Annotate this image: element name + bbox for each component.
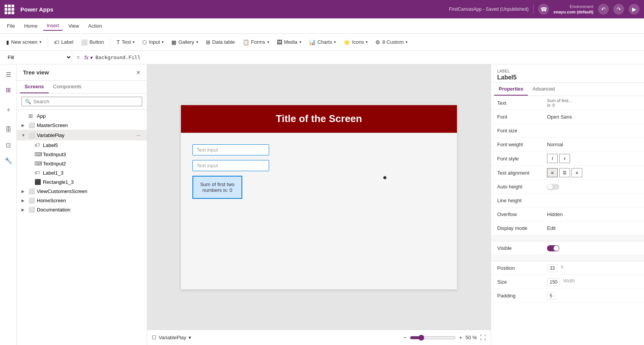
call-quality-icon[interactable]: ☎ xyxy=(538,4,549,15)
redo-icon[interactable]: ↷ xyxy=(613,4,624,15)
menu-view[interactable]: View xyxy=(64,21,83,30)
fx-button[interactable]: fx ▾ xyxy=(84,54,92,61)
tree-header: Tree view ✕ xyxy=(17,64,147,81)
icons-icon: ⭐ xyxy=(343,39,350,45)
variable-icon[interactable]: ⊡ xyxy=(2,138,15,152)
search-icon: 🔍 xyxy=(25,99,31,104)
menu-bar: File Home Insert View Action xyxy=(0,18,644,34)
button-button[interactable]: ⬜ Button xyxy=(78,38,107,47)
strikethrough-button[interactable]: / xyxy=(559,154,570,163)
prop-font-weight-value[interactable]: Normal xyxy=(547,142,638,147)
prop-auto-height: Auto height xyxy=(491,180,644,194)
forms-icon: 📋 xyxy=(243,39,249,45)
tree-item-app[interactable]: ⊞ App xyxy=(17,111,147,121)
align-left-button[interactable]: ≡ xyxy=(547,168,558,177)
tree-tab-components[interactable]: Components xyxy=(49,81,86,93)
charts-button[interactable]: 📊 Charts ▾ xyxy=(306,38,339,47)
homescreen-label: HomeScreen xyxy=(37,198,142,203)
prop-overflow-value[interactable]: Hidden xyxy=(547,211,638,217)
custom-icon: ⚙ xyxy=(375,39,380,45)
database-icon[interactable]: 🗄 xyxy=(2,123,15,137)
menu-action[interactable]: Action xyxy=(84,21,106,30)
label-button[interactable]: 🏷 Label xyxy=(51,38,77,47)
icons-button[interactable]: ⭐ Icons ▾ xyxy=(340,38,371,47)
prop-line-height: Line height xyxy=(491,194,644,208)
align-right-button[interactable]: ≡ xyxy=(572,168,582,177)
hamburger-icon[interactable]: ☰ xyxy=(2,68,15,81)
tree-item-homescreen[interactable]: ▶ ⬜ HomeScreen xyxy=(17,196,147,205)
rectangle1-3-label: Rectangle1_3 xyxy=(43,179,142,185)
prop-visible-value[interactable] xyxy=(547,245,638,251)
right-panel-body: Text Sum of first...is: 0 Font Open Sans… xyxy=(491,96,644,345)
prop-position-value[interactable]: 33 X xyxy=(547,264,638,272)
prop-font-value[interactable]: Open Sans xyxy=(547,114,638,120)
add-icon[interactable]: ＋ xyxy=(2,103,15,117)
prop-size-label: Size xyxy=(497,279,547,285)
viewcustomers-label: ViewCustomersScreen xyxy=(37,188,142,194)
prop-display-mode-value[interactable]: Edit xyxy=(547,225,638,231)
screen-dropdown-chevron[interactable]: ▾ xyxy=(189,335,191,340)
input-button[interactable]: ⬡ Input ▾ xyxy=(139,38,167,47)
gallery-button[interactable]: ▦ Gallery ▾ xyxy=(168,38,201,47)
menu-home[interactable]: Home xyxy=(20,21,41,30)
tab-properties[interactable]: Properties xyxy=(494,83,528,96)
prop-auto-height-value[interactable] xyxy=(547,183,638,190)
tree-item-documentation[interactable]: ▶ ⬜ Documentation xyxy=(17,205,147,214)
layers-icon[interactable]: ⊞ xyxy=(2,83,15,97)
forms-button[interactable]: 📋 Forms ▾ xyxy=(240,38,272,47)
property-dropdown[interactable]: Fill xyxy=(3,51,72,64)
prop-size-value[interactable]: 150 Width xyxy=(547,278,638,286)
italic-button[interactable]: I xyxy=(547,154,558,163)
text-input-1[interactable]: Text input xyxy=(192,144,269,155)
waffle-icon[interactable] xyxy=(5,5,14,14)
formula-input[interactable] xyxy=(95,54,641,60)
tree-item-label1-3[interactable]: 🏷 Label1_3 xyxy=(17,168,147,177)
gallery-chevron: ▾ xyxy=(196,40,198,44)
tree-item-variableplay[interactable]: ▼ ⬜ VariablePlay ··· xyxy=(17,130,147,140)
zoom-in-button[interactable]: + xyxy=(459,334,462,341)
menu-file[interactable]: File xyxy=(3,21,19,30)
text-input-2[interactable]: Text input xyxy=(192,160,269,171)
screen-title-text: Title of the Screen xyxy=(276,113,362,125)
undo-icon[interactable]: ↶ xyxy=(598,4,609,15)
tree-item-viewcustomers[interactable]: ▶ ⬜ ViewCustomersScreen xyxy=(17,187,147,196)
align-center-button[interactable]: ☰ xyxy=(559,168,570,177)
menu-insert[interactable]: Insert xyxy=(43,21,63,31)
expand-button[interactable]: ⛶ xyxy=(480,334,486,341)
tree-item-textinput3[interactable]: ⌨ TextInput3 xyxy=(17,150,147,159)
search-input[interactable] xyxy=(33,99,139,104)
text-chevron: ▾ xyxy=(133,40,135,44)
variableplay-more[interactable]: ··· xyxy=(135,131,142,139)
zoom-controls: − + 50 % ⛶ xyxy=(403,334,486,341)
prop-text-value[interactable]: Sum of first...is: 0 xyxy=(547,98,638,107)
text-button[interactable]: T Text ▾ xyxy=(113,38,138,47)
zoom-slider[interactable] xyxy=(410,335,456,341)
prop-padding-value[interactable]: 5 xyxy=(547,292,638,300)
toolbar: ▮ New screen ▾ 🏷 Label ⬜ Button T Text ▾… xyxy=(0,34,644,51)
tree-item-label5[interactable]: 🏷 Label5 xyxy=(17,140,147,150)
new-screen-button[interactable]: ▮ New screen ▾ xyxy=(3,38,44,47)
label-blue-box[interactable]: Sum of first two numbers is: 0 xyxy=(192,176,242,199)
media-button[interactable]: 🖼 Media ▾ xyxy=(274,38,304,47)
tools-icon[interactable]: 🔧 xyxy=(2,154,15,167)
prop-position-label: Position xyxy=(497,265,547,271)
tree-close-button[interactable]: ✕ xyxy=(136,69,141,76)
tree-item-textinput2[interactable]: ⌨ TextInput2 xyxy=(17,159,147,168)
media-chevron: ▾ xyxy=(299,40,301,44)
homescreen-chevron: ▶ xyxy=(21,198,27,203)
custom-button[interactable]: ⚙ 8 Custom ▾ xyxy=(372,38,411,47)
tab-advanced[interactable]: Advanced xyxy=(528,83,559,96)
zoom-percentage: 50 % xyxy=(465,335,477,340)
tree-item-masterscreen[interactable]: ▶ ⬜ MasterScreen xyxy=(17,121,147,130)
tree-item-rectangle1-3[interactable]: ⬛ Rectangle1_3 xyxy=(17,177,147,187)
textinput3-label: TextInput3 xyxy=(43,152,142,157)
forms-chevron: ▾ xyxy=(267,40,269,44)
zoom-out-button[interactable]: − xyxy=(403,334,407,341)
cursor xyxy=(383,176,386,179)
data-table-button[interactable]: ⊞ Data table xyxy=(203,38,238,47)
masterscreen-chevron: ▶ xyxy=(21,123,27,127)
screen-canvas[interactable]: Title of the Screen Text input Text inpu… xyxy=(181,105,457,289)
variableplay-label: VariablePlay xyxy=(37,132,133,138)
play-icon[interactable]: ▶ xyxy=(629,4,639,15)
tree-tab-screens[interactable]: Screens xyxy=(20,81,49,93)
